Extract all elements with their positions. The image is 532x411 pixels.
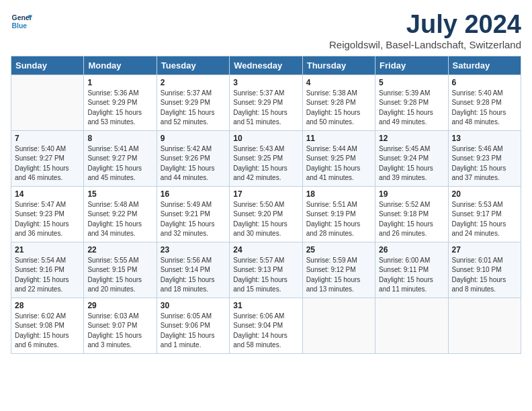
day-detail: Sunrise: 5:53 AM Sunset: 9:17 PM Dayligh… [452,200,517,239]
calendar-cell: 13Sunrise: 5:46 AM Sunset: 9:23 PM Dayli… [448,130,521,186]
day-number: 9 [161,134,226,143]
day-detail: Sunrise: 5:43 AM Sunset: 9:25 PM Dayligh… [233,144,298,183]
day-number: 31 [233,301,298,310]
header-cell-friday: Friday [375,56,448,75]
calendar-cell: 5Sunrise: 5:39 AM Sunset: 9:28 PM Daylig… [375,75,448,130]
day-number: 19 [379,189,444,199]
calendar-cell: 21Sunrise: 5:54 AM Sunset: 9:16 PM Dayli… [11,242,84,298]
day-detail: Sunrise: 5:40 AM Sunset: 9:27 PM Dayligh… [15,144,80,183]
calendar-cell [375,298,448,353]
day-number: 26 [379,245,444,255]
day-number: 23 [161,245,226,255]
day-number: 16 [161,189,226,199]
header-cell-sunday: Sunday [11,56,84,75]
day-detail: Sunrise: 5:50 AM Sunset: 9:20 PM Dayligh… [233,200,298,239]
calendar-body: 1Sunrise: 5:36 AM Sunset: 9:29 PM Daylig… [11,75,521,353]
day-number: 6 [452,78,517,87]
title-block: July 2024 Reigoldswil, Basel-Landschaft,… [329,11,521,50]
calendar-cell: 10Sunrise: 5:43 AM Sunset: 9:25 PM Dayli… [230,130,302,186]
day-number: 17 [233,189,298,199]
calendar-cell: 20Sunrise: 5:53 AM Sunset: 9:17 PM Dayli… [448,186,521,242]
day-detail: Sunrise: 5:37 AM Sunset: 9:29 PM Dayligh… [233,89,298,128]
day-detail: Sunrise: 5:45 AM Sunset: 9:24 PM Dayligh… [379,144,444,183]
day-number: 1 [87,78,152,87]
day-detail: Sunrise: 5:47 AM Sunset: 9:23 PM Dayligh… [15,200,80,239]
day-number: 28 [15,301,80,310]
day-number: 5 [379,78,444,87]
day-number: 25 [306,245,371,255]
day-number: 8 [87,134,152,143]
day-number: 12 [379,134,444,143]
page-header: General Blue General Blue July 2024 Reig… [11,11,521,50]
day-number: 15 [87,189,152,199]
calendar-cell: 11Sunrise: 5:44 AM Sunset: 9:25 PM Dayli… [302,130,375,186]
day-number: 11 [306,134,371,143]
calendar-cell: 25Sunrise: 5:59 AM Sunset: 9:12 PM Dayli… [302,242,375,298]
day-number: 27 [452,245,517,255]
day-detail: Sunrise: 6:06 AM Sunset: 9:04 PM Dayligh… [233,312,298,351]
day-number: 3 [233,78,298,87]
calendar-cell: 2Sunrise: 5:37 AM Sunset: 9:29 PM Daylig… [157,75,229,130]
day-number: 10 [233,134,298,143]
day-detail: Sunrise: 5:40 AM Sunset: 9:28 PM Dayligh… [452,89,517,128]
day-detail: Sunrise: 5:56 AM Sunset: 9:14 PM Dayligh… [161,256,226,295]
calendar-table: SundayMondayTuesdayWednesdayThursdayFrid… [11,56,521,354]
calendar-week-row: 14Sunrise: 5:47 AM Sunset: 9:23 PM Dayli… [11,186,521,242]
logo: General Blue General Blue [11,11,32,32]
logo-icon: General Blue [11,11,32,32]
day-number: 24 [233,245,298,255]
calendar-cell: 31Sunrise: 6:06 AM Sunset: 9:04 PM Dayli… [230,298,302,353]
day-detail: Sunrise: 5:59 AM Sunset: 9:12 PM Dayligh… [306,256,371,295]
day-detail: Sunrise: 5:51 AM Sunset: 9:19 PM Dayligh… [306,200,371,239]
calendar-cell: 26Sunrise: 6:00 AM Sunset: 9:11 PM Dayli… [375,242,448,298]
day-detail: Sunrise: 5:37 AM Sunset: 9:29 PM Dayligh… [161,89,226,128]
day-detail: Sunrise: 5:41 AM Sunset: 9:27 PM Dayligh… [87,144,152,183]
day-detail: Sunrise: 5:52 AM Sunset: 9:18 PM Dayligh… [379,200,444,239]
day-detail: Sunrise: 5:48 AM Sunset: 9:22 PM Dayligh… [87,200,152,239]
day-detail: Sunrise: 5:57 AM Sunset: 9:13 PM Dayligh… [233,256,298,295]
day-detail: Sunrise: 5:54 AM Sunset: 9:16 PM Dayligh… [15,256,80,295]
svg-text:Blue: Blue [12,22,28,30]
day-number: 18 [306,189,371,199]
calendar-cell: 24Sunrise: 5:57 AM Sunset: 9:13 PM Dayli… [230,242,302,298]
day-number: 7 [15,134,80,143]
header-cell-tuesday: Tuesday [157,56,229,75]
calendar-cell: 9Sunrise: 5:42 AM Sunset: 9:26 PM Daylig… [157,130,229,186]
day-detail: Sunrise: 5:55 AM Sunset: 9:15 PM Dayligh… [87,256,152,295]
day-number: 29 [87,301,152,310]
day-number: 2 [161,78,226,87]
calendar-cell: 17Sunrise: 5:50 AM Sunset: 9:20 PM Dayli… [230,186,302,242]
calendar-cell [302,298,375,353]
day-number: 30 [161,301,226,310]
calendar-cell: 15Sunrise: 5:48 AM Sunset: 9:22 PM Dayli… [84,186,157,242]
month-title: July 2024 [329,11,521,39]
day-number: 14 [15,189,80,199]
day-detail: Sunrise: 5:42 AM Sunset: 9:26 PM Dayligh… [161,144,226,183]
header-cell-thursday: Thursday [302,56,375,75]
calendar-cell: 22Sunrise: 5:55 AM Sunset: 9:15 PM Dayli… [84,242,157,298]
calendar-cell: 18Sunrise: 5:51 AM Sunset: 9:19 PM Dayli… [302,186,375,242]
day-number: 4 [306,78,371,87]
calendar-cell [11,75,84,130]
day-detail: Sunrise: 5:38 AM Sunset: 9:28 PM Dayligh… [306,89,371,128]
calendar-cell: 16Sunrise: 5:49 AM Sunset: 9:21 PM Dayli… [157,186,229,242]
calendar-cell: 1Sunrise: 5:36 AM Sunset: 9:29 PM Daylig… [84,75,157,130]
calendar-cell: 23Sunrise: 5:56 AM Sunset: 9:14 PM Dayli… [157,242,229,298]
day-detail: Sunrise: 6:00 AM Sunset: 9:11 PM Dayligh… [379,256,444,295]
day-detail: Sunrise: 5:36 AM Sunset: 9:29 PM Dayligh… [87,89,152,128]
day-number: 22 [87,245,152,255]
calendar-week-row: 7Sunrise: 5:40 AM Sunset: 9:27 PM Daylig… [11,130,521,186]
header-cell-saturday: Saturday [448,56,521,75]
day-detail: Sunrise: 6:03 AM Sunset: 9:07 PM Dayligh… [87,312,152,351]
calendar-header: SundayMondayTuesdayWednesdayThursdayFrid… [11,56,521,75]
calendar-week-row: 1Sunrise: 5:36 AM Sunset: 9:29 PM Daylig… [11,75,521,130]
calendar-cell: 3Sunrise: 5:37 AM Sunset: 9:29 PM Daylig… [230,75,302,130]
day-detail: Sunrise: 6:01 AM Sunset: 9:10 PM Dayligh… [452,256,517,295]
calendar-cell: 6Sunrise: 5:40 AM Sunset: 9:28 PM Daylig… [448,75,521,130]
header-cell-wednesday: Wednesday [230,56,302,75]
calendar-week-row: 21Sunrise: 5:54 AM Sunset: 9:16 PM Dayli… [11,242,521,298]
calendar-cell: 30Sunrise: 6:05 AM Sunset: 9:06 PM Dayli… [157,298,229,353]
day-detail: Sunrise: 5:39 AM Sunset: 9:28 PM Dayligh… [379,89,444,128]
calendar-cell: 28Sunrise: 6:02 AM Sunset: 9:08 PM Dayli… [11,298,84,353]
calendar-cell [448,298,521,353]
